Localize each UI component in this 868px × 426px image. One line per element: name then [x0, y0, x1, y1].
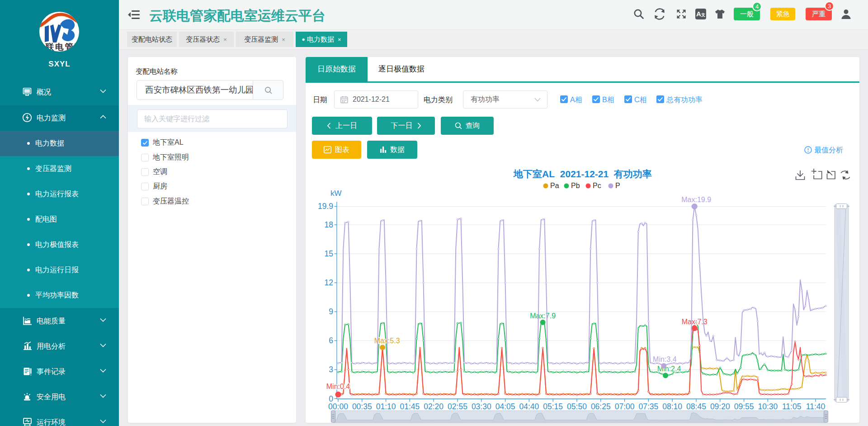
svg-text:04:40: 04:40 [519, 402, 539, 411]
svg-text:06:25: 06:25 [591, 402, 611, 411]
svg-text:02:20: 02:20 [424, 402, 443, 411]
svg-text:Max:19.9: Max:19.9 [681, 196, 711, 204]
svg-text:Pb: Pb [571, 182, 580, 189]
svg-text:3: 3 [329, 365, 333, 374]
svg-text:11:05: 11:05 [782, 402, 802, 411]
svg-text:P: P [615, 182, 620, 189]
svg-text:云联电管家: 云联电管家 [39, 42, 79, 52]
svg-text:07:35: 07:35 [639, 402, 659, 411]
svg-text:08:10: 08:10 [662, 402, 682, 411]
svg-text:Pc: Pc [593, 182, 601, 189]
svg-text:04:05: 04:05 [495, 402, 515, 411]
svg-text:Min:0.4: Min:0.4 [326, 383, 350, 390]
svg-text:05:50: 05:50 [567, 402, 587, 411]
svg-text:10:30: 10:30 [758, 402, 778, 411]
svg-text:02:55: 02:55 [448, 402, 467, 411]
svg-text:9: 9 [329, 307, 333, 316]
svg-text:01:45: 01:45 [400, 402, 420, 411]
svg-text:Min:3.4: Min:3.4 [653, 355, 677, 363]
svg-text:kW: kW [330, 189, 342, 198]
svg-text:03:30: 03:30 [472, 402, 491, 411]
svg-text:6: 6 [329, 336, 333, 345]
svg-text:05:15: 05:15 [543, 402, 563, 411]
svg-text:12: 12 [325, 278, 333, 287]
svg-text:Pa: Pa [550, 182, 559, 189]
svg-text:09:55: 09:55 [734, 402, 754, 411]
svg-text:11:40: 11:40 [806, 402, 826, 411]
svg-text:18: 18 [325, 220, 333, 229]
svg-text:09:20: 09:20 [710, 402, 730, 411]
svg-text:00:00: 00:00 [328, 402, 348, 411]
svg-text:07:00: 07:00 [615, 402, 635, 411]
svg-text:15: 15 [325, 249, 333, 258]
svg-text:08:45: 08:45 [686, 402, 706, 411]
svg-text:19.9: 19.9 [318, 202, 333, 211]
svg-text:Min:2.4: Min:2.4 [657, 365, 681, 373]
svg-text:00:35: 00:35 [352, 402, 372, 411]
svg-text:地下室AL 2021-12-21 有功功率: 地下室AL 2021-12-21 有功功率 [513, 169, 652, 179]
svg-text:01:10: 01:10 [376, 402, 396, 411]
svg-text:Max:7.9: Max:7.9 [530, 312, 556, 320]
